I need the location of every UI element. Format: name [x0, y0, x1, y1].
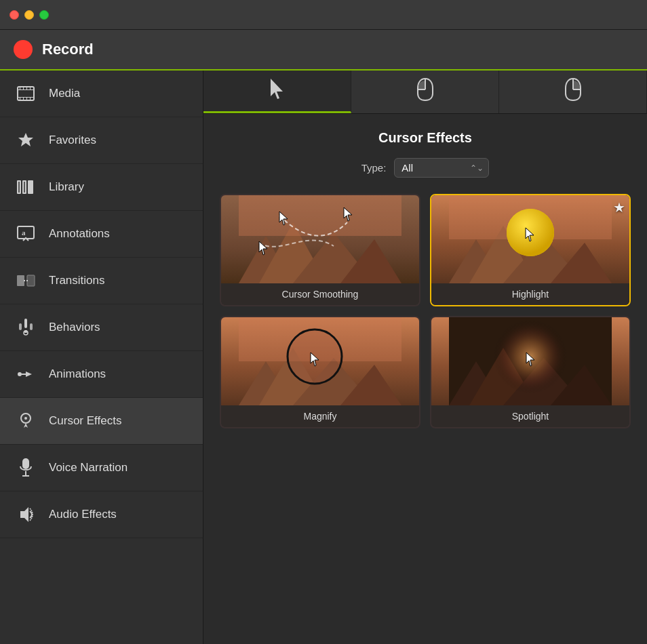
- sidebar-label-audio-effects: Audio Effects: [49, 508, 117, 521]
- type-label: Type:: [361, 162, 387, 174]
- tab-left-click[interactable]: [351, 71, 499, 113]
- headerbar: Record: [0, 30, 647, 71]
- sidebar-label-animations: Animations: [49, 367, 106, 381]
- books-icon: [15, 176, 37, 198]
- svg-rect-19: [17, 275, 24, 286]
- content-area: Cursor Effects Type: All Click Highlight…: [203, 71, 647, 644]
- svg-rect-8: [23, 98, 24, 100]
- sidebar: Media Favorites Library: [0, 71, 203, 644]
- effect-label-highlight: Highlight: [431, 283, 629, 305]
- svg-rect-9: [26, 98, 27, 100]
- svg-text:a: a: [22, 228, 26, 237]
- sidebar-label-cursor-effects: Cursor Effects: [49, 414, 121, 428]
- type-row: Type: All Click Highlight Magnify Spotli…: [220, 158, 631, 178]
- app-title: Record: [42, 41, 94, 58]
- svg-rect-7: [20, 98, 20, 100]
- svg-rect-16: [24, 182, 25, 193]
- svg-rect-4: [23, 87, 24, 89]
- favorite-star-icon: ★: [613, 199, 625, 216]
- sidebar-label-transitions: Transitions: [49, 274, 105, 287]
- section-title: Cursor Effects: [220, 130, 631, 146]
- film-icon: [15, 83, 37, 104]
- audio-icon: [15, 504, 37, 525]
- svg-rect-32: [22, 458, 29, 469]
- sidebar-label-annotations: Annotations: [49, 227, 110, 241]
- left-click-icon: [416, 77, 435, 106]
- effect-card-highlight[interactable]: ★ Highlight: [430, 194, 631, 306]
- svg-rect-15: [18, 182, 20, 193]
- minimize-button[interactable]: [24, 10, 34, 20]
- svg-rect-1: [18, 89, 34, 90]
- svg-marker-30: [24, 423, 28, 428]
- microphone-icon: [15, 457, 37, 479]
- sidebar-label-media: Media: [49, 87, 80, 100]
- svg-rect-24: [19, 323, 22, 330]
- sidebar-item-voice-narration[interactable]: Voice Narration: [0, 445, 203, 491]
- svg-rect-43: [239, 195, 401, 236]
- svg-rect-6: [30, 87, 31, 89]
- sidebar-label-favorites: Favorites: [49, 134, 96, 147]
- record-button[interactable]: [14, 40, 33, 59]
- sidebar-item-audio-effects[interactable]: Audio Effects: [0, 491, 203, 538]
- maximize-button[interactable]: [39, 10, 49, 20]
- svg-rect-5: [26, 87, 27, 89]
- svg-rect-21: [24, 319, 27, 328]
- sidebar-item-animations[interactable]: Animations: [0, 351, 203, 398]
- behaviors-icon: [15, 317, 37, 338]
- effect-card-cursor-smoothing[interactable]: Cursor Smoothing: [220, 194, 420, 306]
- svg-point-26: [18, 372, 22, 376]
- cursor-effects-icon: [15, 410, 37, 432]
- titlebar: [0, 0, 647, 30]
- right-click-icon: [564, 77, 583, 106]
- tab-bar: [203, 71, 647, 114]
- sidebar-item-media[interactable]: Media: [0, 71, 203, 117]
- svg-marker-36: [271, 79, 283, 99]
- transition-icon: [15, 270, 37, 291]
- svg-rect-3: [20, 87, 20, 89]
- svg-rect-14: [28, 180, 33, 194]
- sidebar-item-annotations[interactable]: a Annotations: [0, 211, 203, 258]
- star-icon: [15, 129, 37, 151]
- effects-grid: Cursor Smoothing: [220, 194, 631, 428]
- sidebar-label-library: Library: [49, 180, 84, 194]
- effect-label-cursor-smoothing: Cursor Smoothing: [221, 283, 419, 305]
- sidebar-item-behaviors[interactable]: Behaviors: [0, 304, 203, 351]
- type-select-wrapper: All Click Highlight Magnify Spotlight ⌃⌄: [394, 158, 489, 178]
- type-select[interactable]: All Click Highlight Magnify Spotlight: [394, 158, 489, 178]
- tab-cursor[interactable]: [203, 71, 351, 113]
- svg-marker-28: [26, 371, 32, 377]
- svg-rect-25: [30, 323, 33, 330]
- main-layout: Media Favorites Library: [0, 71, 647, 644]
- sidebar-label-voice-narration: Voice Narration: [49, 461, 128, 475]
- sidebar-item-favorites[interactable]: Favorites: [0, 117, 203, 164]
- sidebar-label-behaviors: Behaviors: [49, 321, 100, 334]
- annotation-icon: a: [15, 223, 37, 245]
- svg-marker-35: [20, 507, 28, 522]
- svg-rect-20: [27, 275, 35, 286]
- effect-thumbnail-spotlight: [431, 317, 629, 405]
- svg-rect-10: [30, 98, 31, 100]
- svg-rect-2: [18, 97, 34, 98]
- animations-icon: [15, 363, 37, 385]
- effect-label-spotlight: Spotlight: [431, 405, 629, 427]
- svg-point-31: [24, 417, 27, 420]
- close-button[interactable]: [9, 10, 19, 20]
- svg-marker-11: [18, 133, 33, 146]
- sidebar-item-transitions[interactable]: Transitions: [0, 258, 203, 304]
- content-panel: Cursor Effects Type: All Click Highlight…: [203, 114, 647, 644]
- tab-right-click[interactable]: [499, 71, 647, 113]
- effect-thumbnail-cursor-smoothing: [221, 195, 419, 283]
- effect-label-magnify: Magnify: [221, 405, 419, 427]
- cursor-tab-icon: [268, 77, 287, 105]
- sidebar-item-cursor-effects[interactable]: Cursor Effects: [0, 398, 203, 445]
- effect-card-spotlight[interactable]: Spotlight: [430, 316, 631, 428]
- effect-card-magnify[interactable]: Magnify: [220, 316, 420, 428]
- sidebar-item-library[interactable]: Library: [0, 164, 203, 211]
- effect-thumbnail-magnify: [221, 317, 419, 405]
- svg-rect-17: [18, 226, 34, 239]
- effect-thumbnail-highlight: ★: [431, 195, 629, 283]
